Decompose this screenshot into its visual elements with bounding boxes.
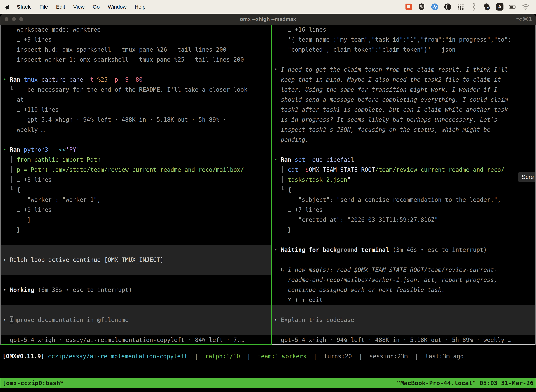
terminal-line: • Ran set -euo pipefail (272, 155, 535, 165)
text-segment: • (3, 76, 10, 83)
terminal-line: … +9 lines (1, 35, 271, 45)
svg-text:..61: ..61 (485, 7, 489, 10)
text-segment: • (3, 286, 10, 293)
text-segment: "completed","claim_token":"claim-token"}… (274, 46, 455, 53)
menu-item-app[interactable]: Slack (17, 4, 31, 10)
text-segment: │ (3, 156, 17, 163)
dragon-glyph-icon[interactable] (470, 3, 478, 11)
menu-item-view[interactable]: View (73, 4, 84, 10)
tmux-status-bar[interactable]: [omx-cczip0:bash* "MacBook-Pro-44.local"… (0, 378, 536, 388)
apple-menu-icon[interactable] (5, 3, 12, 10)
text-segment: ralph:1/10 (205, 353, 240, 360)
text-segment: groun (337, 246, 354, 253)
terminal-line (272, 55, 535, 65)
text-segment: … +110 lines (3, 106, 59, 113)
text-segment: … +16 lines (274, 26, 326, 33)
prompt-input-left[interactable]: › Improve documentation in @filename (1, 315, 271, 325)
text-segment: turns:20 (324, 353, 352, 360)
text-segment: } (3, 226, 20, 233)
terminal-line (272, 235, 535, 245)
window-titlebar[interactable]: omx --xhigh --madmax ⌥⌘1 (0, 14, 536, 25)
pulse-badge-icon[interactable] (431, 3, 439, 11)
terminal-line: "created_at": "2026-03-31T11:59:27.816Z" (272, 215, 535, 225)
terminal-window: omx --xhigh --madmax ⌥⌘1 workspace_mode:… (0, 14, 536, 392)
text-segment: /team/review-current-readme-and-reco/ (375, 166, 504, 173)
text-segment: last:3m ago (425, 353, 464, 360)
text-segment: Ralph loop active continue [OMX_TMUX_INJ… (10, 257, 163, 263)
text-segment: d terminal (354, 246, 393, 253)
letter-a-label: A (496, 3, 503, 10)
text-segment: 'PY' (66, 146, 80, 153)
tmux-pane-hud[interactable]: workspace_mode: worktree … +9 lines insp… (1, 25, 271, 345)
text-segment: Ran (281, 156, 295, 163)
text-segment: • (274, 246, 281, 253)
text-segment (44, 353, 48, 360)
battery-icon[interactable] (509, 3, 517, 11)
menu-item-go[interactable]: Go (93, 4, 100, 10)
text-segment: ↳ (274, 266, 288, 273)
text-segment: 1 new msg(s): read $OMX_TEAM_STATE_ROOT/… (288, 266, 497, 273)
terminal-line: … +16 lines (272, 25, 535, 35)
text-segment: › (3, 317, 10, 323)
text-segment: be necessary for the end of the README. … (13, 86, 247, 93)
menu-item-help[interactable]: Help (135, 4, 146, 10)
text-segment: cat (288, 166, 302, 173)
text-segment: keep that in mind. Maybe I also need the… (274, 76, 501, 83)
text-segment: tmux (24, 76, 41, 83)
text-segment: at (3, 96, 24, 103)
terminal-line (1, 295, 271, 305)
text-segment: -S (122, 76, 132, 83)
chat-app-icon[interactable] (405, 3, 412, 11)
text-segment: should send a message before completing … (274, 96, 508, 103)
dots-grid-icon[interactable] (457, 3, 464, 11)
terminal-line: task2 after task1 is complete, but can I… (272, 105, 535, 115)
terminal-line: • Ran python3 - <<'PY' (1, 145, 271, 155)
terminal-line: '{"team_name":"my-team","task_id":"1","f… (272, 35, 535, 45)
text-segment: weekly … (3, 126, 45, 133)
terminal-line: "worker": "worker-1", (1, 195, 271, 205)
text-segment: %25 (97, 76, 111, 83)
window-bottom-strip (0, 388, 536, 392)
window-title: omx --xhigh --madmax (0, 16, 536, 22)
text-segment: { (288, 186, 291, 193)
text-segment: set (295, 156, 309, 163)
text-segment: ] (3, 216, 31, 223)
text-segment: Ran (10, 76, 24, 83)
terminal-line (1, 275, 271, 285)
menu-item-edit[interactable]: Edit (56, 4, 65, 10)
tmux-session-label: [omx-cczip0:bash* (2, 379, 64, 387)
omx-status-zone: [OMX#0.11.9] cczip/essay/ai-reimplementa… (0, 345, 536, 378)
terminal-line: continue assigned work or next feasible … (272, 285, 535, 295)
letter-a-app-icon[interactable]: A (496, 3, 504, 11)
text-segment: I need to get the claim token from the c… (281, 66, 508, 73)
menu-item-window[interactable]: Window (108, 4, 127, 10)
terminal-line: … +110 lines (1, 105, 271, 115)
wifi-icon[interactable] (522, 3, 530, 11)
terminal-line (272, 255, 535, 265)
count-badge-icon[interactable]: ..61 (483, 3, 491, 11)
text-segment: | (188, 353, 205, 360)
text-segment: │ (3, 166, 17, 173)
terminal-line: pending. (272, 135, 535, 145)
contrast-moon-icon[interactable] (444, 3, 452, 11)
text-segment: << (59, 146, 66, 153)
shield-grid-icon[interactable] (418, 3, 426, 11)
text-segment: " (347, 176, 351, 183)
terminal-line (1, 245, 271, 255)
terminal-line: should send a message before completing … (272, 95, 535, 105)
text-segment: • (274, 156, 281, 163)
status-icons: ..61 A (405, 3, 531, 11)
terminal-line: ] (1, 215, 271, 225)
text-segment: Ran (10, 146, 24, 153)
tmux-pane-worker[interactable]: Scre … +16 lines '{"team_name":"my-team"… (272, 25, 535, 345)
working-status: • Working (6m 38s • esc to interrupt) (1, 285, 271, 295)
text-segment: … +9 lines (3, 36, 52, 43)
omx-status-line: [OMX#0.11.9] cczip/essay/ai-reimplementa… (2, 351, 464, 361)
text-segment: later. Using the same for transition mig… (274, 86, 498, 93)
terminal-line: "subject": "send a concise recommendatio… (272, 195, 535, 205)
text-segment: capture-pane (41, 76, 87, 83)
prompt-input-right[interactable]: › Explain this codebase (272, 315, 535, 325)
tmux-host-clock: "MacBook-Pro-44.local" 05:03 31-Mar-26 (397, 379, 534, 387)
menu-item-file[interactable]: File (39, 4, 48, 10)
terminal-line: │ from pathlib import Path (1, 155, 271, 165)
